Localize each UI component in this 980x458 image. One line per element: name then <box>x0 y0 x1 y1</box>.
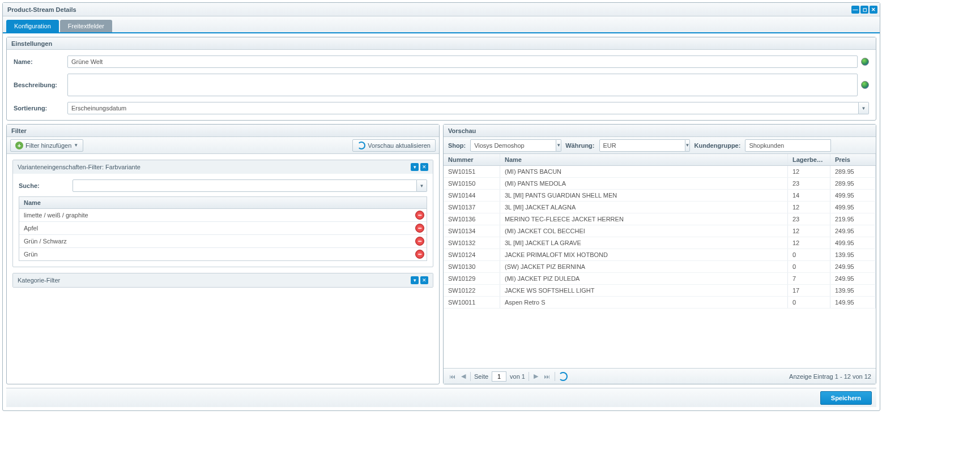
cell-price: 249.95 <box>830 273 876 284</box>
cell-num: SW10151 <box>444 166 500 177</box>
cell-price: 249.95 <box>830 225 876 237</box>
settings-panel: Einstellungen Name: Beschreibung: <box>6 37 876 121</box>
save-button[interactable]: Speichern <box>820 391 872 405</box>
prev-page-icon[interactable]: ◀ <box>460 373 467 380</box>
tab-config[interactable]: Konfiguration <box>6 20 59 32</box>
search-combo[interactable] <box>73 179 417 192</box>
cell-name: 3L [MI] JACKET ALAGNA <box>500 202 788 213</box>
table-row[interactable]: SW10129(MI) JACKET PIZ DULEDA7249.95 <box>444 273 876 285</box>
desc-input[interactable] <box>67 74 858 96</box>
titlebar[interactable]: Product-Stream Details — ◻ ✕ <box>3 3 880 16</box>
cell-price: 249.95 <box>830 261 876 272</box>
first-page-icon[interactable]: ⏮ <box>448 373 457 380</box>
close-icon[interactable]: ✕ <box>420 276 428 284</box>
refresh-preview-label: Vorschau aktualisieren <box>368 142 431 149</box>
custgroup-combo[interactable] <box>745 139 831 152</box>
table-row[interactable]: SW10134(MI) JACKET COL BECCHEI12249.95 <box>444 225 876 237</box>
footer: Speichern <box>6 388 876 407</box>
desc-label: Beschreibung: <box>14 82 67 88</box>
list-item-name: limette / weiß / graphite <box>24 212 415 219</box>
table-row[interactable]: SW10130(SW) JACKET PIZ BERNINA0249.95 <box>444 261 876 273</box>
cell-price: 219.95 <box>830 213 876 225</box>
list-item[interactable]: Apfel− <box>19 222 427 235</box>
table-row[interactable]: SW10124JACKE PRIMALOFT MIX HOTBOND0139.9… <box>444 249 876 261</box>
cell-num: SW10136 <box>444 213 500 225</box>
table-row[interactable]: SW10150(MI) PANTS MEDOLA23289.95 <box>444 178 876 190</box>
refresh-icon[interactable] <box>559 372 568 381</box>
globe-icon[interactable] <box>861 81 869 89</box>
cell-stock: 7 <box>788 273 830 284</box>
next-page-icon[interactable]: ▶ <box>532 373 539 380</box>
remove-icon[interactable]: − <box>415 237 424 246</box>
globe-icon[interactable] <box>861 58 869 66</box>
col-price[interactable]: Preis <box>830 154 876 165</box>
cell-name: (MI) PANTS MEDOLA <box>500 178 788 189</box>
sort-combo[interactable] <box>67 102 859 114</box>
tabs-bar: Konfiguration Freitextfelder <box>3 16 880 33</box>
variant-grid-header: Name <box>19 197 427 209</box>
list-item-name: Apfel <box>24 225 415 232</box>
last-page-icon[interactable]: ⏭ <box>543 373 551 380</box>
cell-price: 149.95 <box>830 297 876 308</box>
chevron-down-icon[interactable]: ▼ <box>417 179 427 192</box>
category-filter-title: Kategorie-Filter <box>18 277 60 284</box>
close-icon[interactable]: ✕ <box>420 163 428 171</box>
chevron-down-icon[interactable]: ▼ <box>685 139 691 152</box>
cell-stock: 12 <box>788 237 830 249</box>
body: Einstellungen Name: Beschreibung: <box>3 33 880 410</box>
add-filter-button[interactable]: + Filter hinzufügen ▼ <box>10 139 83 152</box>
remove-icon[interactable]: − <box>415 250 424 259</box>
pager: ⏮ ◀ Seite von 1 ▶ ⏭ Anzeige Eintrag 1 - … <box>444 368 876 384</box>
variant-grid: Name limette / weiß / graphite−Apfel−Grü… <box>19 196 427 261</box>
remove-icon[interactable]: − <box>415 224 424 233</box>
cell-name: (MI) JACKET PIZ DULEDA <box>500 273 788 284</box>
table-row[interactable]: SW101323L [MI] JACKET LA GRAVE12499.95 <box>444 237 876 249</box>
currency-combo[interactable] <box>599 139 685 152</box>
collapse-icon[interactable]: ▾ <box>411 163 419 171</box>
table-row[interactable]: SW10136MERINO TEC-FLEECE JACKET HERREN23… <box>444 213 876 225</box>
cell-stock: 12 <box>788 166 830 177</box>
table-row[interactable]: SW10151(MI) PANTS BACUN12289.95 <box>444 166 876 178</box>
list-item-name: Grün / Schwarz <box>24 238 415 245</box>
cell-name: Aspen Retro S <box>500 297 788 308</box>
cell-stock: 0 <box>788 249 830 260</box>
minimize-icon[interactable]: — <box>851 6 859 14</box>
cell-num: SW10129 <box>444 273 500 284</box>
shop-label: Shop: <box>448 142 466 149</box>
cell-stock: 0 <box>788 261 830 272</box>
shop-combo[interactable] <box>470 139 556 152</box>
cell-name: (MI) JACKET COL BECCHEI <box>500 225 788 237</box>
cell-num: SW10150 <box>444 178 500 189</box>
cell-stock: 17 <box>788 285 830 296</box>
tab-freetext[interactable]: Freitextfelder <box>60 20 112 32</box>
col-stock[interactable]: Lagerbesta <box>788 154 830 165</box>
preview-grid: Nummer Name Lagerbesta Preis SW10151(MI)… <box>444 154 876 368</box>
table-row[interactable]: SW101373L [MI] JACKET ALAGNA12499.95 <box>444 202 876 213</box>
page-label: Seite <box>474 373 488 380</box>
collapse-icon[interactable]: ▾ <box>411 276 419 284</box>
add-filter-label: Filter hinzufügen <box>25 142 71 149</box>
col-num[interactable]: Nummer <box>444 154 500 165</box>
maximize-icon[interactable]: ◻ <box>860 6 868 14</box>
cell-name: (MI) PANTS BACUN <box>500 166 788 177</box>
chevron-down-icon: ▼ <box>74 143 78 148</box>
cell-name: 3L [MI] PANTS GUARDIAN SHELL MEN <box>500 190 788 201</box>
cell-price: 139.95 <box>830 249 876 260</box>
close-icon[interactable]: ✕ <box>870 6 877 14</box>
col-name[interactable]: Name <box>500 154 788 165</box>
chevron-down-icon[interactable]: ▼ <box>859 102 869 114</box>
page-input[interactable] <box>492 371 506 382</box>
list-item[interactable]: limette / weiß / graphite− <box>19 209 427 222</box>
chevron-down-icon[interactable]: ▼ <box>556 139 561 152</box>
name-input[interactable] <box>67 55 858 68</box>
table-row[interactable]: SW10011Aspen Retro S0149.95 <box>444 297 876 309</box>
table-row[interactable]: SW101443L [MI] PANTS GUARDIAN SHELL MEN1… <box>444 190 876 202</box>
list-item-name: Grün <box>24 251 415 258</box>
remove-icon[interactable]: − <box>415 211 424 220</box>
cell-stock: 12 <box>788 225 830 237</box>
list-item[interactable]: Grün− <box>19 248 427 260</box>
cell-num: SW10137 <box>444 202 500 213</box>
list-item[interactable]: Grün / Schwarz− <box>19 235 427 248</box>
table-row[interactable]: SW10122JACKE WS SOFTSHELL LIGHT17139.95 <box>444 285 876 297</box>
refresh-preview-button[interactable]: Vorschau aktualisieren <box>352 139 436 152</box>
